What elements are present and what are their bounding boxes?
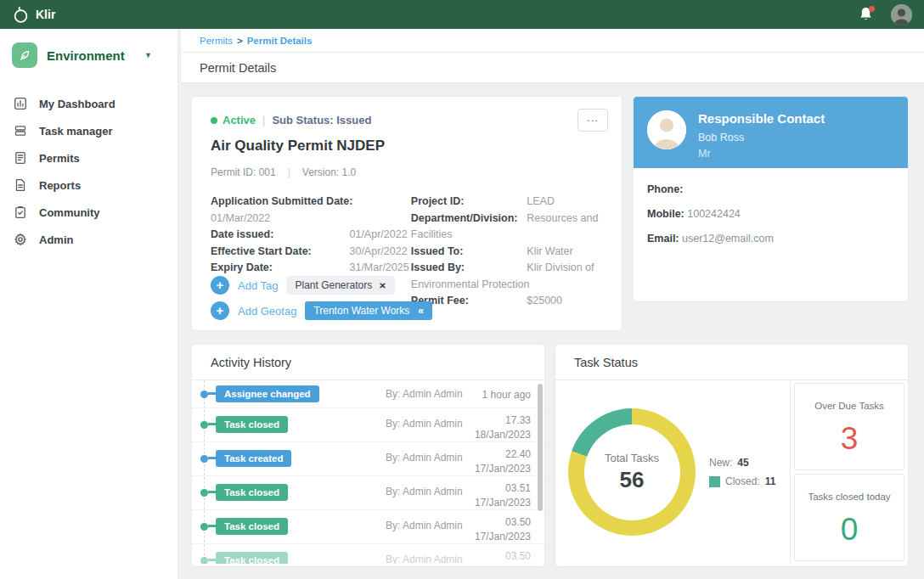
top-bar: Klir xyxy=(0,0,924,29)
detail-value: 31/Mar/2025 xyxy=(349,261,408,273)
sidebar-item-task-manager[interactable]: Task manager xyxy=(0,117,177,144)
permit-id: Permit ID: 001 xyxy=(211,166,276,178)
legend-new-label: New: xyxy=(709,453,732,472)
email-label: Email: xyxy=(647,233,679,245)
detail-label: Expiry Date: xyxy=(211,260,346,277)
legend-closed-label: Closed: xyxy=(725,472,760,491)
activity-row: Task closed By: Admin Admin 03.5017/Jan/… xyxy=(192,544,544,564)
breadcrumb-permits-link[interactable]: Permits xyxy=(200,36,233,46)
meta-divider: | xyxy=(288,166,290,178)
page-title: Permit Details xyxy=(200,61,276,75)
sidebar-item-label: Reports xyxy=(39,179,81,192)
sidebar-item-label: Permits xyxy=(39,152,80,165)
detail-value: LEAD xyxy=(527,195,555,207)
user-avatar[interactable] xyxy=(891,4,912,25)
activity-row: Task created By: Admin Admin 22.4017/Jan… xyxy=(192,442,544,476)
geotag-label: Trenton Water Works xyxy=(313,305,409,317)
detail-label: Issued By: xyxy=(411,260,524,277)
activity-row: Task closed By: Admin Admin 03.5017/Jan/… xyxy=(192,510,544,544)
activity-date: 17/Jan/2023 xyxy=(475,531,531,542)
notifications-bell-icon[interactable] xyxy=(859,6,876,23)
detail-label: Date issued: xyxy=(211,227,346,244)
activity-by: By: Admin Admin xyxy=(386,520,463,531)
legend-closed-swatch xyxy=(709,476,720,487)
activity-date: 17/Jan/2023 xyxy=(475,497,531,509)
add-tag-button[interactable]: Add Tag xyxy=(238,279,278,292)
add-geotag-plus-icon[interactable]: + xyxy=(211,301,229,320)
detail-label: Effective Start Date: xyxy=(211,244,346,261)
workspace-name: Environment xyxy=(47,48,125,63)
activity-badge: Task closed xyxy=(216,416,288,433)
detail-value: 01/Apr/2022 xyxy=(349,228,407,240)
add-tag-plus-icon[interactable]: + xyxy=(211,276,229,295)
timeline-dot xyxy=(200,523,208,531)
collapse-icon[interactable]: « xyxy=(418,305,424,317)
sidebar-item-label: Task manager xyxy=(39,125,112,138)
page-title-bar: Permit Details xyxy=(181,53,924,82)
detail-label: Issued To: xyxy=(411,244,524,261)
overdue-tasks-value: 3 xyxy=(795,421,904,457)
sidebar-item-label: Admin xyxy=(39,233,73,246)
breadcrumb: Permits > Permit Details xyxy=(181,29,924,53)
geotag-chip[interactable]: Trenton Water Works « xyxy=(305,301,432,320)
mobile-value: 100242424 xyxy=(687,208,741,220)
permit-title: Air Quality Permit NJDEP xyxy=(211,138,603,155)
task-status-card: Task Status Total Tasks 56 New:45 Closed… xyxy=(555,344,909,567)
tag-chip[interactable]: Plant Generators ✕ xyxy=(286,276,394,295)
sidebar-item-admin[interactable]: Admin xyxy=(0,226,177,253)
activity-row: Assignee changed By: Admin Admin 1 hour … xyxy=(192,380,544,408)
activity-time: 22.40 xyxy=(505,448,531,460)
activity-history-title: Activity History xyxy=(192,345,544,380)
overdue-tasks-box: Over Due Tasks 3 xyxy=(794,383,904,470)
timeline-dot xyxy=(200,391,208,398)
detail-value: $25000 xyxy=(527,295,562,306)
email-value: user12@email.com xyxy=(682,233,774,245)
sub-status-label: Sub Status: Issued xyxy=(272,114,371,126)
sidebar-item-my-dashboard[interactable]: My Dashboard xyxy=(0,90,177,117)
status-divider: | xyxy=(262,114,265,126)
reports-icon xyxy=(14,178,27,192)
overdue-tasks-label: Over Due Tasks xyxy=(795,401,904,411)
sidebar-item-permits[interactable]: Permits xyxy=(0,144,177,171)
add-geotag-button[interactable]: Add Geotag xyxy=(238,305,296,318)
remove-tag-icon[interactable]: ✕ xyxy=(379,281,386,290)
timeline-dot xyxy=(200,421,208,429)
detail-value: 01/Mar/2022 xyxy=(211,212,270,224)
detail-value: 30/Apr/2022 xyxy=(349,245,407,257)
permit-version: Version: 1.0 xyxy=(302,166,356,178)
donut-center-label: Total Tasks xyxy=(605,452,659,464)
contact-avatar xyxy=(647,110,686,149)
activity-badge: Task created xyxy=(216,450,291,467)
task-manager-icon xyxy=(14,124,27,138)
brand-logo[interactable]: Klir xyxy=(12,5,55,24)
overflow-menu-button[interactable]: ... xyxy=(578,109,608,132)
workspace-switcher[interactable]: Environment ▼ xyxy=(0,29,177,80)
environment-leaf-icon xyxy=(12,42,37,68)
responsible-contact-card: Responsible Contact Bob Ross Mr Phone: M… xyxy=(633,96,909,302)
activity-badge: Task closed xyxy=(216,484,288,501)
task-donut-chart: Total Tasks 56 xyxy=(568,408,696,536)
content-area: Active | Sub Status: Issued ... Air Qual… xyxy=(178,82,924,579)
timeline-dot xyxy=(200,557,208,564)
breadcrumb-separator: > xyxy=(237,36,243,46)
active-status-dot xyxy=(211,117,217,124)
activity-history-card: Activity History Assignee changed By: Ad… xyxy=(191,344,545,567)
sidebar-item-label: Community xyxy=(39,206,100,219)
activity-date: 18/Jan/2023 xyxy=(475,429,531,441)
tasks-closed-today-box: Tasks closed today 0 xyxy=(794,474,904,561)
status-badge: Active xyxy=(223,114,256,126)
task-status-chart-panel: Total Tasks 56 New:45 Closed:11 xyxy=(555,380,791,564)
activity-time: 03.51 xyxy=(505,482,531,494)
sidebar-item-reports[interactable]: Reports xyxy=(0,171,177,199)
activity-badge: Task closed xyxy=(216,552,288,564)
activity-badge: Task closed xyxy=(216,518,288,535)
activity-by: By: Admin Admin xyxy=(386,418,463,430)
contact-name: Bob Ross xyxy=(698,132,825,143)
task-status-stats: Over Due Tasks 3 Tasks closed today 0 xyxy=(791,380,908,564)
sidebar-item-community[interactable]: Community xyxy=(0,199,177,226)
detail-label: Project ID: xyxy=(411,194,524,211)
klir-logo-icon xyxy=(12,5,30,24)
activity-scrollbar[interactable] xyxy=(538,384,543,511)
contact-salutation: Mr xyxy=(698,148,825,160)
activity-row: Task closed By: Admin Admin 03.5117/Jan/… xyxy=(192,476,544,510)
